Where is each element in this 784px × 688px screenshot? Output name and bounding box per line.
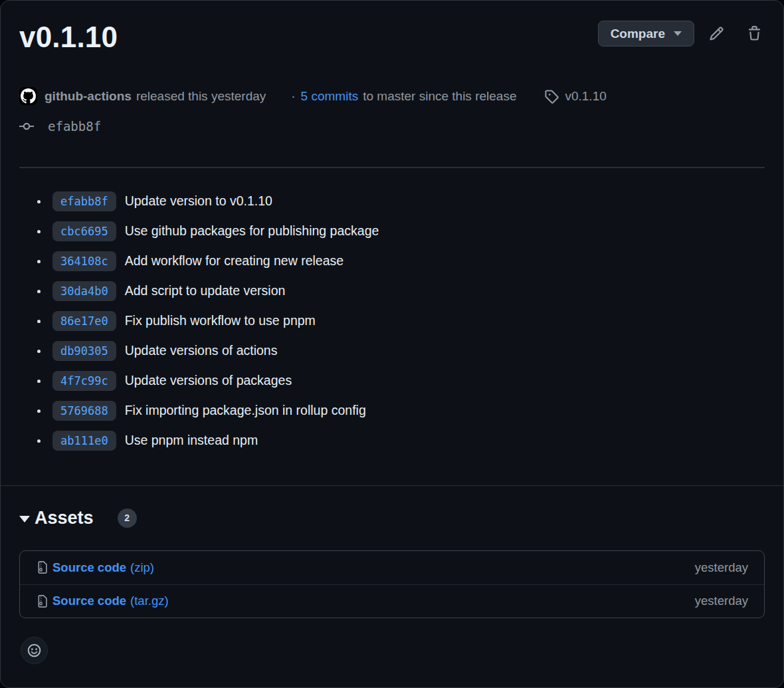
target-commit-sha: efabb8f bbox=[48, 119, 101, 134]
commit-item: 86e17e0 Fix publish workflow to use pnpm bbox=[19, 311, 765, 331]
commit-item: ab111e0 Use pnpm instead npm bbox=[19, 431, 765, 451]
commit-hash-link[interactable]: 4f7c99c bbox=[52, 371, 116, 391]
asset-row: Source code (tar.gz) yesterday bbox=[20, 584, 764, 618]
assets-toggle[interactable]: Assets 2 bbox=[19, 508, 765, 528]
release-meta: github-actions released this yesterday ·… bbox=[19, 86, 765, 106]
commit-message: Add script to update version bbox=[125, 283, 286, 298]
smiley-icon bbox=[27, 643, 41, 657]
assets-section: Assets 2 Source code (zip) bbox=[1, 508, 783, 664]
commit-message: Update version to v0.1.10 bbox=[125, 193, 272, 209]
commits-link[interactable]: 5 commits bbox=[301, 89, 359, 104]
commit-item: db90305 Update versions of actions bbox=[19, 341, 765, 361]
commit-hash-link[interactable]: cbc6695 bbox=[52, 221, 116, 241]
trash-icon bbox=[747, 26, 762, 41]
pencil-icon bbox=[709, 26, 724, 41]
commit-item: 30da4b0 Add script to update version bbox=[19, 281, 765, 301]
commit-item: 4f7c99c Update versions of packages bbox=[19, 371, 765, 391]
assets-heading: Assets bbox=[35, 508, 94, 528]
assets-section-divider bbox=[1, 485, 783, 486]
commit-hash-link[interactable]: 86e17e0 bbox=[52, 311, 116, 331]
asset-box: Source code (zip) yesterday Sour bbox=[19, 550, 765, 618]
tag-group: v0.1.10 bbox=[544, 89, 606, 104]
release-card: v0.1.10 Compare g bbox=[0, 0, 784, 688]
commits-suffix: to master since this release bbox=[363, 89, 516, 104]
commit-message: Update versions of actions bbox=[125, 343, 278, 358]
commit-hash-link[interactable]: db90305 bbox=[52, 341, 116, 361]
released-text: released this yesterday bbox=[136, 89, 266, 104]
commit-message: Use pnpm instead npm bbox=[125, 433, 258, 448]
tag-name: v0.1.10 bbox=[565, 89, 606, 104]
commit-message: Fix publish workflow to use pnpm bbox=[125, 313, 316, 328]
asset-format: (tar.gz) bbox=[130, 594, 169, 608]
delete-release-button[interactable] bbox=[744, 23, 765, 44]
commit-hash-link[interactable]: ab111e0 bbox=[52, 431, 116, 451]
file-zip-icon bbox=[36, 595, 49, 608]
compare-button-label: Compare bbox=[611, 27, 665, 41]
commit-item: 364108c Add workflow for creating new re… bbox=[19, 251, 765, 271]
edit-release-button[interactable] bbox=[706, 23, 727, 44]
commit-hash-link[interactable]: 30da4b0 bbox=[52, 281, 116, 301]
commit-item: 5769688 Fix importing package.json in ro… bbox=[19, 401, 765, 421]
assets-count-badge: 2 bbox=[118, 509, 137, 528]
git-commit-icon bbox=[19, 119, 34, 134]
commit-hash-link[interactable]: 5769688 bbox=[52, 401, 116, 421]
commit-message: Fix importing package.json in rollup con… bbox=[125, 403, 366, 418]
header-actions: Compare bbox=[598, 21, 765, 47]
header-divider bbox=[19, 167, 765, 168]
asset-name: Source code bbox=[52, 594, 126, 608]
asset-link[interactable]: Source code (tar.gz) bbox=[52, 594, 169, 608]
commit-message: Use github packages for publishing packa… bbox=[125, 223, 379, 239]
add-reaction-button[interactable] bbox=[21, 637, 48, 664]
dot-separator: · bbox=[291, 89, 295, 104]
asset-date: yesterday bbox=[695, 560, 748, 575]
commit-hash-link[interactable]: efabb8f bbox=[52, 191, 116, 211]
commit-list: efabb8f Update version to v0.1.10 cbc669… bbox=[19, 191, 765, 451]
file-zip-icon bbox=[36, 561, 49, 574]
asset-link[interactable]: Source code (zip) bbox=[52, 560, 154, 575]
commit-item: cbc6695 Use github packages for publishi… bbox=[19, 221, 765, 241]
tag-icon bbox=[544, 89, 559, 104]
asset-row: Source code (zip) yesterday bbox=[20, 551, 764, 584]
commit-message: Update versions of packages bbox=[125, 373, 292, 388]
release-header: v0.1.10 Compare g bbox=[1, 1, 783, 168]
triangle-down-icon bbox=[19, 516, 30, 522]
chevron-down-icon bbox=[674, 31, 682, 36]
target-commit-row: efabb8f bbox=[19, 119, 765, 134]
github-octocat-icon bbox=[21, 88, 36, 104]
commit-hash-link[interactable]: 364108c bbox=[52, 251, 116, 271]
commit-item: efabb8f Update version to v0.1.10 bbox=[19, 191, 765, 211]
commit-message: Add workflow for creating new release bbox=[125, 253, 344, 269]
compare-button[interactable]: Compare bbox=[598, 21, 694, 47]
asset-name: Source code bbox=[52, 560, 126, 575]
asset-date: yesterday bbox=[695, 594, 748, 608]
author-avatar[interactable] bbox=[19, 87, 37, 105]
asset-format: (zip) bbox=[130, 560, 154, 575]
author-link[interactable]: github-actions bbox=[45, 89, 132, 104]
